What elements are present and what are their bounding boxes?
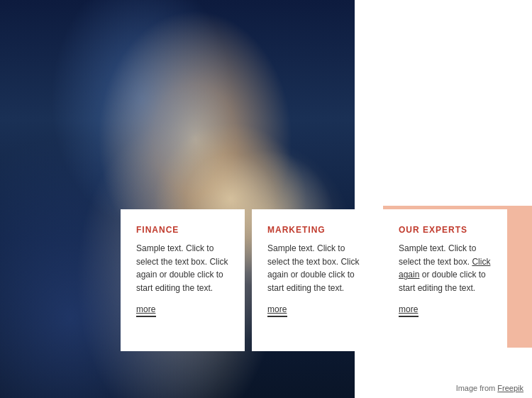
- experts-card: OUR EXPERTS Sample text. Click to select…: [383, 209, 507, 351]
- marketing-more-link[interactable]: more: [267, 304, 360, 314]
- experts-text-part1: Sample text. Click to select the text bo…: [399, 243, 476, 267]
- marketing-card-title: MARKETING: [267, 225, 360, 235]
- marketing-card-text: Sample text. Click to select the text bo…: [267, 242, 360, 294]
- marketing-card: MARKETING Sample text. Click to select t…: [252, 209, 376, 351]
- marketing-more-underline: [267, 316, 287, 317]
- experts-more-underline: [399, 316, 419, 317]
- image-credit-prefix: Image from: [456, 384, 498, 392]
- experts-card-title: OUR EXPERTS: [399, 225, 492, 235]
- image-credit: Image from Freepik: [456, 384, 523, 392]
- cards-container: FINANCE Sample text. Click to select the…: [121, 209, 507, 351]
- finance-card: FINANCE Sample text. Click to select the…: [121, 209, 245, 351]
- finance-card-text: Sample text. Click to select the text bo…: [136, 242, 229, 294]
- freepik-link[interactable]: Freepik: [497, 384, 523, 392]
- experts-more-link[interactable]: more: [399, 304, 492, 314]
- experts-card-text: Sample text. Click to select the text bo…: [399, 242, 492, 294]
- finance-more-link[interactable]: more: [136, 304, 229, 314]
- finance-card-title: FINANCE: [136, 225, 229, 235]
- finance-more-underline: [136, 316, 156, 317]
